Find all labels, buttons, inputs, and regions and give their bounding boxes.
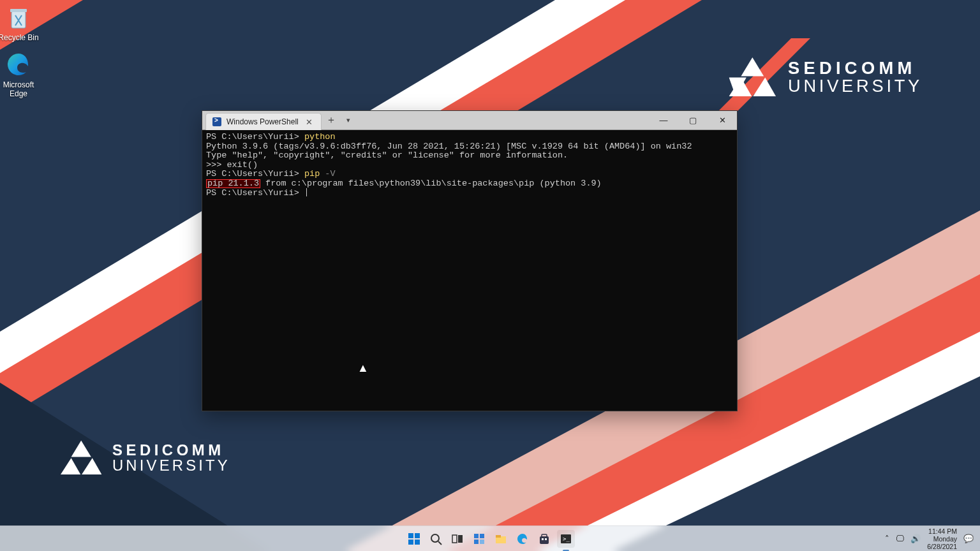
svg-marker-12 xyxy=(741,57,764,76)
tab-title: Windows PowerShell xyxy=(226,117,299,126)
svg-rect-27 xyxy=(452,535,457,543)
svg-rect-30 xyxy=(480,534,484,538)
tab-powershell[interactable]: Windows PowerShell ✕ xyxy=(205,113,322,130)
desktop-icon-recycle-bin[interactable]: Recycle Bin xyxy=(0,4,43,42)
terminal-body[interactable]: PS C:\Users\Yurii> python Python 3.9.6 (… xyxy=(202,130,737,201)
maximize-button[interactable]: ▢ xyxy=(678,111,708,129)
output-line: >>> exit() xyxy=(206,160,258,170)
svg-rect-23 xyxy=(408,540,413,545)
prompt: PS C:\Users\Yurii> xyxy=(206,169,304,179)
recycle-bin-icon xyxy=(5,4,32,31)
highlighted-pip-version: pip 21.1.3 xyxy=(206,179,260,188)
brand-line2: UNIVERSITY xyxy=(112,457,230,473)
svg-rect-29 xyxy=(474,534,479,538)
powershell-icon xyxy=(212,117,221,126)
brand-line1: SEDICOMM xyxy=(788,59,923,77)
taskbar[interactable]: >_ ˄ 🖵 🔊 11:44 PM Monday 6/28/2021 💬 xyxy=(0,525,980,551)
store-button[interactable] xyxy=(535,530,553,548)
file-explorer-button[interactable] xyxy=(492,530,510,548)
svg-text:>_: >_ xyxy=(563,536,570,542)
display-icon[interactable]: 🖵 xyxy=(896,534,904,543)
svg-rect-20 xyxy=(10,9,27,12)
prompt: PS C:\Users\Yurii> xyxy=(206,188,304,198)
close-button[interactable]: ✕ xyxy=(708,111,737,129)
desktop-icon-label: Microsoft Edge xyxy=(0,80,43,98)
cmd-opt: -V xyxy=(320,169,335,179)
brand-logo-top: SEDICOMM UNIVERSITY xyxy=(729,57,923,96)
svg-rect-32 xyxy=(480,540,484,544)
new-tab-button[interactable]: ＋ xyxy=(322,111,341,129)
titlebar[interactable]: Windows PowerShell ✕ ＋ ▾ — ▢ ✕ xyxy=(202,111,737,130)
output-line: Type "help", "copyright", "credits" or "… xyxy=(206,151,568,160)
svg-marker-18 xyxy=(82,458,101,474)
brand-line2: UNIVERSITY xyxy=(788,77,923,94)
widgets-button[interactable] xyxy=(470,530,488,548)
desktop-icon-edge[interactable]: Microsoft Edge xyxy=(0,51,43,98)
svg-rect-21 xyxy=(408,533,413,538)
text-cursor xyxy=(306,188,307,196)
svg-rect-35 xyxy=(540,536,549,544)
svg-line-26 xyxy=(438,541,442,545)
svg-rect-38 xyxy=(545,538,547,540)
system-clock[interactable]: 11:44 PM Monday 6/28/2021 xyxy=(927,527,957,550)
svg-rect-24 xyxy=(415,540,420,545)
clock-date: 6/28/2021 xyxy=(927,543,957,550)
brand-line1: SEDICOMM xyxy=(112,442,230,457)
start-button[interactable] xyxy=(405,530,423,548)
svg-rect-31 xyxy=(474,540,479,544)
volume-icon[interactable]: 🔊 xyxy=(910,534,921,543)
svg-marker-16 xyxy=(71,441,91,457)
terminal-taskbar-button[interactable]: >_ xyxy=(557,530,575,548)
task-view-button[interactable] xyxy=(449,530,466,548)
taskbar-right: ˄ 🖵 🔊 11:44 PM Monday 6/28/2021 💬 xyxy=(885,527,980,550)
desktop-icon-label: Recycle Bin xyxy=(0,33,43,42)
svg-rect-37 xyxy=(542,538,544,540)
edge-taskbar-button[interactable] xyxy=(514,530,531,548)
notifications-icon[interactable]: 💬 xyxy=(963,534,974,543)
taskbar-center: >_ xyxy=(405,530,575,548)
edge-icon xyxy=(5,51,32,78)
svg-marker-15 xyxy=(753,78,776,96)
tray-expand-icon[interactable]: ˄ xyxy=(885,534,889,543)
search-button[interactable] xyxy=(427,530,445,548)
svg-point-25 xyxy=(431,534,439,542)
svg-marker-17 xyxy=(61,458,80,474)
cmd-pip: pip xyxy=(304,169,320,179)
tab-dropdown-button[interactable]: ▾ xyxy=(341,111,356,129)
minimize-button[interactable]: — xyxy=(649,111,678,129)
clock-day: Monday xyxy=(927,535,957,543)
terminal-window[interactable]: Windows PowerShell ✕ ＋ ▾ — ▢ ✕ PS C:\Use… xyxy=(202,110,738,411)
svg-rect-34 xyxy=(496,535,501,538)
prompt: PS C:\Users\Yurii> xyxy=(206,132,304,142)
brand-logo-bottom: SEDICOMM UNIVERSITY xyxy=(61,441,230,474)
svg-rect-36 xyxy=(542,534,547,537)
clock-time: 11:44 PM xyxy=(927,527,957,535)
tab-close-button[interactable]: ✕ xyxy=(304,117,315,127)
svg-rect-28 xyxy=(458,535,463,543)
output-line: Python 3.9.6 (tags/v3.9.6:db3ff76, Jun 2… xyxy=(206,142,692,151)
cmd-python: python xyxy=(304,132,336,142)
svg-rect-22 xyxy=(415,533,420,538)
output-line: from c:\program files\python39\lib\site-… xyxy=(260,179,602,188)
